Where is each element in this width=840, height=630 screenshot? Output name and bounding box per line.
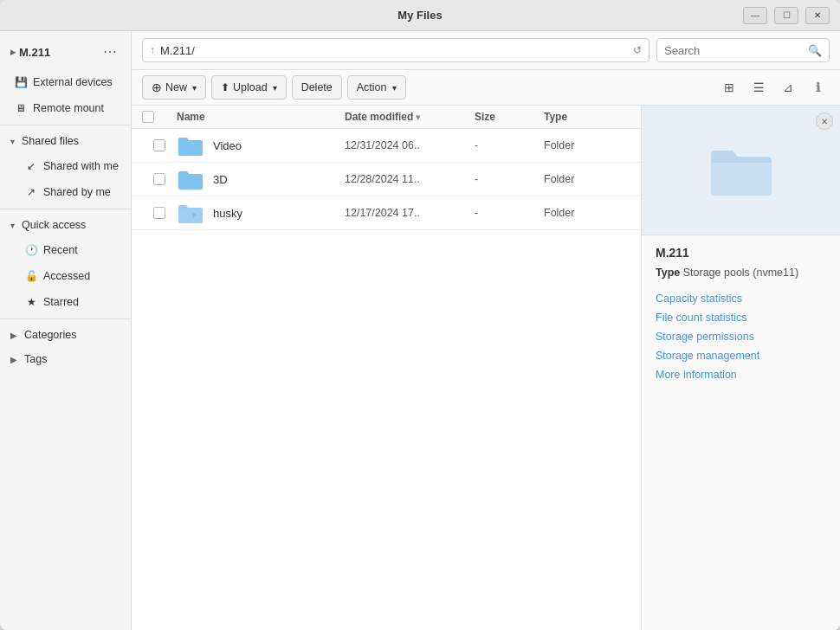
file-type-husky: Folder xyxy=(544,207,630,219)
col-date-label: Date modified xyxy=(345,111,413,123)
panel-preview xyxy=(642,106,840,235)
col-checkbox[interactable] xyxy=(142,111,177,123)
panel-link-capacity[interactable]: Capacity statistics xyxy=(656,289,826,308)
maximize-button[interactable]: ☐ xyxy=(774,7,798,24)
panel-close-button[interactable]: ✕ xyxy=(816,112,833,130)
folder-icon-husky xyxy=(177,201,204,225)
sidebar-divider-3 xyxy=(0,318,131,319)
file-size-video: - xyxy=(475,139,544,151)
panel-link-storage-permissions[interactable]: Storage permissions xyxy=(656,327,826,346)
sidebar-label-shared-with-me: Shared with me xyxy=(43,160,119,172)
new-label: New xyxy=(165,81,187,93)
file-type-video: Folder xyxy=(544,139,630,151)
file-date-video: 12/31/2024 06.. xyxy=(345,139,475,151)
sidebar-item-shared-with-me[interactable]: ↙ Shared with me xyxy=(0,153,131,179)
view-switch-icon: ⊞ xyxy=(724,80,734,94)
search-icon: 🔍 xyxy=(808,44,822,57)
sidebar-item-categories[interactable]: ▶ Categories xyxy=(0,323,131,347)
col-size[interactable]: Size xyxy=(475,111,544,123)
search-box[interactable]: 🔍 xyxy=(656,38,830,62)
panel-folder-icon xyxy=(707,139,776,202)
sidebar-item-recent[interactable]: 🕐 Recent xyxy=(0,237,131,263)
panel-type-value: Storage pools (nvme11) xyxy=(683,267,798,279)
file-date-husky: 12/17/2024 17.. xyxy=(345,207,475,219)
sidebar-label-categories: Categories xyxy=(24,329,76,341)
sidebar-item-tags[interactable]: ▶ Tags xyxy=(0,347,131,371)
file-list-header: Name Date modified ▾ Size Type xyxy=(132,106,641,129)
panel-link-more-info[interactable]: More information xyxy=(656,365,826,384)
filter-icon: ⊿ xyxy=(783,80,793,94)
row-checkbox-husky[interactable] xyxy=(142,207,177,219)
info-icon: ℹ xyxy=(816,80,820,94)
refresh-icon[interactable]: ↺ xyxy=(633,44,642,56)
sidebar-item-shared-by-me[interactable]: ↗ Shared by me xyxy=(0,179,131,205)
table-row[interactable]: husky 12/17/2024 17.. - Folder xyxy=(132,196,641,230)
upload-icon: ⬆ xyxy=(221,81,229,93)
col-type[interactable]: Type xyxy=(544,111,630,123)
file-list: Name Date modified ▾ Size Type xyxy=(132,106,641,630)
close-button[interactable]: ✕ xyxy=(805,7,830,24)
starred-icon: ★ xyxy=(24,295,38,309)
toolbar: ⊕ New ⬆ Upload Delete Action ⊞ xyxy=(132,70,840,106)
filter-button[interactable]: ⊿ xyxy=(776,75,800,100)
list-view-icon: ☰ xyxy=(753,80,765,94)
file-type-3d: Folder xyxy=(544,173,630,185)
sidebar-item-remote-mount[interactable]: 🖥 Remote mount xyxy=(0,95,131,121)
upload-button[interactable]: ⬆ Upload xyxy=(211,75,287,100)
file-name-husky: husky xyxy=(213,207,242,220)
sidebar-item-accessed[interactable]: 🔓 Accessed xyxy=(0,263,131,289)
sidebar: M.211 ⋯ 💾 External devices 🖥 Remote moun… xyxy=(0,31,132,630)
new-icon: ⊕ xyxy=(152,80,162,94)
col-name[interactable]: Name xyxy=(177,111,345,123)
select-all-checkbox[interactable] xyxy=(142,111,154,123)
col-name-label: Name xyxy=(177,111,205,123)
action-label: Action xyxy=(357,81,387,93)
main-layout: M.211 ⋯ 💾 External devices 🖥 Remote moun… xyxy=(0,31,840,630)
folder-icon-3d xyxy=(177,167,204,191)
sidebar-root-label[interactable]: M.211 xyxy=(10,46,50,59)
file-date-3d: 12/28/2024 11.. xyxy=(345,173,475,185)
current-path: M.211/ xyxy=(160,44,195,57)
sidebar-item-external-devices[interactable]: 💾 External devices xyxy=(0,69,131,95)
panel-title: M.211 xyxy=(656,246,826,260)
sidebar-item-quick-access[interactable]: ▾ Quick access xyxy=(0,213,131,237)
app-window: My Files — ☐ ✕ M.211 ⋯ 💾 External device… xyxy=(0,0,840,630)
folder-icon-video xyxy=(177,133,204,158)
file-name-cell-husky: husky xyxy=(177,201,345,225)
panel-link-storage-management[interactable]: Storage management xyxy=(656,346,826,365)
row-checkbox-video[interactable] xyxy=(142,139,177,151)
search-input[interactable] xyxy=(664,44,803,57)
panel-link-file-count[interactable]: File count statistics xyxy=(656,308,826,327)
quick-access-toggle-icon: ▾ xyxy=(10,221,15,230)
file-area: Name Date modified ▾ Size Type xyxy=(132,106,840,630)
sidebar-item-starred[interactable]: ★ Starred xyxy=(0,289,131,315)
panel-type-row: Type Storage pools (nvme11) xyxy=(656,267,826,279)
sidebar-item-shared-files[interactable]: ▾ Shared files xyxy=(0,129,131,153)
window-title: My Files xyxy=(397,9,442,22)
sidebar-label-recent: Recent xyxy=(43,244,78,256)
minimize-button[interactable]: — xyxy=(743,7,767,24)
up-icon: ↑ xyxy=(150,44,155,56)
action-button[interactable]: Action xyxy=(347,75,406,100)
file-name-cell-3d: 3D xyxy=(177,167,345,191)
view-switch-button[interactable]: ⊞ xyxy=(717,75,741,100)
categories-toggle-icon: ▶ xyxy=(10,331,17,340)
shared-by-me-icon: ↗ xyxy=(24,185,38,199)
sort-icon: ▾ xyxy=(416,112,420,122)
row-checkbox-3d[interactable] xyxy=(142,173,177,185)
info-button[interactable]: ℹ xyxy=(805,75,830,100)
file-name-3d: 3D xyxy=(213,173,228,186)
sidebar-menu-button[interactable]: ⋯ xyxy=(100,43,120,61)
shared-with-me-icon: ↙ xyxy=(24,159,38,173)
content-area: ↑ M.211/ ↺ 🔍 ⊕ New ⬆ Upload xyxy=(132,31,840,630)
table-row[interactable]: Video 12/31/2024 06.. - Folder xyxy=(132,129,641,163)
panel-info: M.211 Type Storage pools (nvme11) Capaci… xyxy=(642,235,840,630)
table-row[interactable]: 3D 12/28/2024 11.. - Folder xyxy=(132,163,641,196)
col-date-modified[interactable]: Date modified ▾ xyxy=(345,111,475,123)
file-name-cell-video: Video xyxy=(177,133,345,158)
sidebar-header: M.211 ⋯ xyxy=(0,38,131,66)
new-button[interactable]: ⊕ New xyxy=(142,75,206,100)
delete-button[interactable]: Delete xyxy=(292,75,342,100)
list-view-button[interactable]: ☰ xyxy=(746,75,771,100)
address-input[interactable]: ↑ M.211/ ↺ xyxy=(142,38,649,62)
